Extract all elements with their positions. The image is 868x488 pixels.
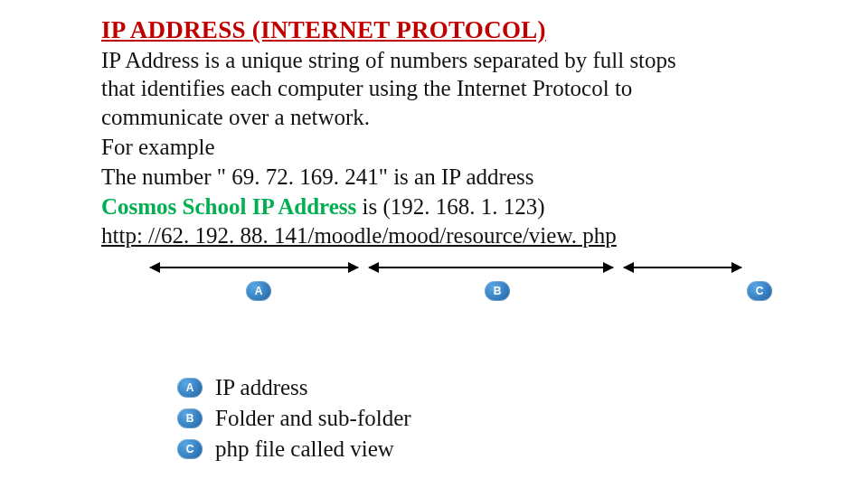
marker-a: A	[246, 281, 271, 301]
school-ip-line: Cosmos School IP Address is (192. 168. 1…	[101, 192, 807, 221]
school-name: Cosmos School IP Address	[101, 194, 356, 219]
paragraph-for-example: For example	[101, 133, 807, 161]
marker-c: C	[747, 281, 772, 301]
url-breakdown-diagram: A B C	[101, 250, 797, 305]
arrow-segment-b	[369, 267, 613, 268]
legend-marker-a: A	[177, 378, 203, 398]
school-ip-value: is (192. 168. 1. 123)	[356, 194, 544, 219]
arrow-segment-a	[150, 267, 358, 268]
legend-text-c: php file called view	[215, 436, 394, 462]
legend-row-c: C php file called view	[177, 434, 411, 465]
slide-content: IP ADDRESS (INTERNET PROTOCOL) IP Addres…	[101, 16, 807, 305]
legend-row-b: B Folder and sub-folder	[177, 403, 411, 434]
legend-text-b: Folder and sub-folder	[215, 406, 411, 431]
paragraph-definition: IP Address is a unique string of numbers…	[101, 46, 698, 131]
marker-b: B	[485, 281, 510, 301]
legend-marker-c: C	[177, 439, 203, 459]
example-url: http: //62. 192. 88. 141/moodle/mood/res…	[101, 223, 807, 249]
legend-marker-b: B	[177, 408, 203, 428]
legend-row-a: A IP address	[177, 372, 411, 403]
heading-ip-address: IP ADDRESS (INTERNET PROTOCOL)	[101, 16, 807, 44]
arrow-segment-c	[624, 267, 741, 268]
paragraph-example-number: The number " 69. 72. 169. 241" is an IP …	[101, 163, 807, 191]
legend: A IP address B Folder and sub-folder C p…	[177, 372, 411, 465]
legend-text-a: IP address	[215, 375, 308, 400]
